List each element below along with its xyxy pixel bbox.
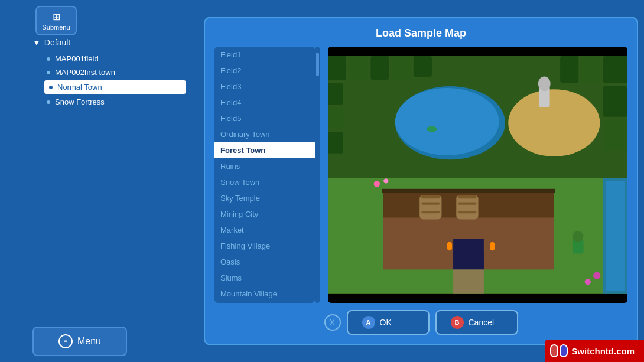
svg-rect-9 bbox=[414, 56, 432, 77]
tree-header: ▼ Default bbox=[32, 35, 186, 50]
dialog-footer: X A OK B Cancel bbox=[214, 310, 627, 335]
tree-dot bbox=[49, 86, 53, 89]
svg-rect-33 bbox=[453, 251, 484, 269]
svg-rect-6 bbox=[349, 56, 367, 80]
submenu-button[interactable]: ⊞ Submenu bbox=[35, 6, 77, 35]
switch-right-joycon bbox=[560, 344, 568, 357]
map-svg bbox=[328, 47, 627, 303]
svg-rect-26 bbox=[421, 203, 440, 205]
list-item-mountain-village[interactable]: Mountain Village bbox=[214, 286, 315, 302]
svg-point-3 bbox=[395, 88, 499, 155]
svg-rect-19 bbox=[328, 132, 343, 154]
svg-rect-13 bbox=[603, 86, 627, 117]
sidebar-item-label: Snow Fortress bbox=[55, 97, 105, 106]
sidebar: ▼ Default MAP001field MAP002first town N… bbox=[32, 35, 186, 327]
sidebar-item-map002first[interactable]: MAP002first town bbox=[44, 67, 186, 78]
ok-label: OK bbox=[380, 318, 392, 327]
svg-rect-8 bbox=[392, 56, 411, 80]
a-icon: A bbox=[362, 316, 375, 329]
svg-point-43 bbox=[593, 272, 600, 279]
submenu-icon: ⊞ bbox=[53, 11, 60, 22]
x-button[interactable]: X bbox=[324, 314, 341, 331]
b-icon: B bbox=[451, 316, 464, 329]
sidebar-item-map001field[interactable]: MAP001field bbox=[44, 53, 186, 64]
svg-rect-12 bbox=[603, 56, 627, 83]
list-item-field2[interactable]: Field2 bbox=[214, 63, 315, 79]
svg-rect-14 bbox=[603, 120, 627, 151]
tree-dot bbox=[47, 71, 50, 74]
tree-items: MAP001field MAP002first town Normal Town… bbox=[44, 53, 186, 107]
svg-rect-23 bbox=[382, 189, 555, 193]
list-item-oasis[interactable]: Oasis bbox=[214, 254, 315, 270]
svg-point-16 bbox=[538, 76, 551, 91]
sidebar-item-label: MAP001field bbox=[55, 54, 99, 63]
scrollbar-track[interactable] bbox=[315, 47, 320, 303]
tree-root-label: Default bbox=[44, 38, 70, 47]
dialog-title: Load Sample Map bbox=[214, 27, 627, 40]
svg-rect-10 bbox=[560, 56, 578, 83]
svg-point-39 bbox=[573, 231, 584, 242]
svg-point-42 bbox=[383, 178, 388, 183]
list-item-market[interactable]: Market bbox=[214, 222, 315, 238]
svg-rect-11 bbox=[581, 56, 600, 83]
dialog-content: Field1 Field2 Field3 Field4 Field5 Ordin… bbox=[214, 47, 627, 303]
svg-rect-29 bbox=[458, 195, 476, 198]
list-item-fishing-village[interactable]: Fishing Village bbox=[214, 238, 315, 254]
tree-dot bbox=[47, 57, 50, 61]
menu-label: Menu bbox=[77, 336, 101, 347]
list-item-snow-town[interactable]: Snow Town bbox=[214, 174, 315, 190]
scrollbar-thumb bbox=[316, 53, 319, 76]
sidebar-item-label: MAP002first town bbox=[55, 68, 115, 77]
cancel-label: Cancel bbox=[469, 318, 495, 327]
list-item-forest-town[interactable]: Forest Town bbox=[214, 142, 315, 158]
svg-point-4 bbox=[508, 89, 600, 156]
sidebar-item-label: Normal Town bbox=[57, 83, 102, 92]
list-item-field1[interactable]: Field1 bbox=[214, 47, 315, 63]
svg-rect-35 bbox=[490, 242, 495, 250]
list-item-field4[interactable]: Field4 bbox=[214, 94, 315, 110]
svg-rect-25 bbox=[421, 195, 440, 198]
cancel-button[interactable]: B Cancel bbox=[435, 310, 518, 335]
list-item-mining-city[interactable]: Mining City bbox=[214, 206, 315, 222]
tree-root: ▼ Default MAP001field MAP002first town N… bbox=[32, 35, 186, 107]
map-preview bbox=[328, 47, 627, 303]
list-item-nomad-camp[interactable]: Nomad Camp bbox=[214, 302, 315, 303]
svg-rect-18 bbox=[328, 107, 343, 129]
map-canvas bbox=[328, 47, 627, 303]
svg-point-44 bbox=[585, 279, 591, 285]
brand-bar: Switchntd.com bbox=[545, 340, 644, 362]
list-item-sky-temple[interactable]: Sky Temple bbox=[214, 190, 315, 206]
sidebar-item-normal-town[interactable]: Normal Town bbox=[44, 80, 186, 94]
switch-left-joycon bbox=[550, 344, 558, 357]
load-sample-map-dialog: Load Sample Map Field1 Field2 Field3 Fie… bbox=[204, 17, 638, 345]
ok-button[interactable]: A OK bbox=[347, 310, 430, 335]
svg-rect-17 bbox=[328, 83, 343, 105]
svg-rect-31 bbox=[458, 211, 476, 213]
svg-rect-5 bbox=[328, 56, 346, 80]
switch-logo bbox=[550, 344, 568, 357]
list-item-slums[interactable]: Slums bbox=[214, 270, 315, 286]
sidebar-item-snow-fortress[interactable]: Snow Fortress bbox=[44, 96, 186, 107]
brand-text: Switchntd.com bbox=[571, 346, 635, 356]
svg-point-41 bbox=[374, 181, 380, 187]
map-list: Field1 Field2 Field3 Field4 Field5 Ordin… bbox=[214, 47, 315, 303]
x-icon: X bbox=[330, 318, 335, 327]
list-item-ruins[interactable]: Ruins bbox=[214, 158, 315, 174]
menu-button[interactable]: ≡ Menu bbox=[32, 327, 127, 356]
menu-icon: ≡ bbox=[58, 334, 73, 348]
svg-rect-27 bbox=[421, 211, 440, 213]
list-item-field5[interactable]: Field5 bbox=[214, 110, 315, 126]
svg-rect-37 bbox=[606, 181, 625, 291]
list-item-field3[interactable]: Field3 bbox=[214, 79, 315, 94]
map-list-container: Field1 Field2 Field3 Field4 Field5 Ordin… bbox=[214, 47, 321, 303]
svg-point-45 bbox=[427, 126, 437, 132]
tree-dot bbox=[47, 100, 50, 104]
tree-arrow: ▼ bbox=[32, 38, 41, 47]
list-item-ordinary-town[interactable]: Ordinary Town bbox=[214, 126, 315, 142]
svg-rect-30 bbox=[458, 203, 476, 205]
svg-rect-40 bbox=[453, 269, 484, 293]
submenu-label: Submenu bbox=[42, 24, 70, 31]
svg-rect-34 bbox=[447, 242, 452, 250]
svg-rect-7 bbox=[370, 56, 389, 80]
